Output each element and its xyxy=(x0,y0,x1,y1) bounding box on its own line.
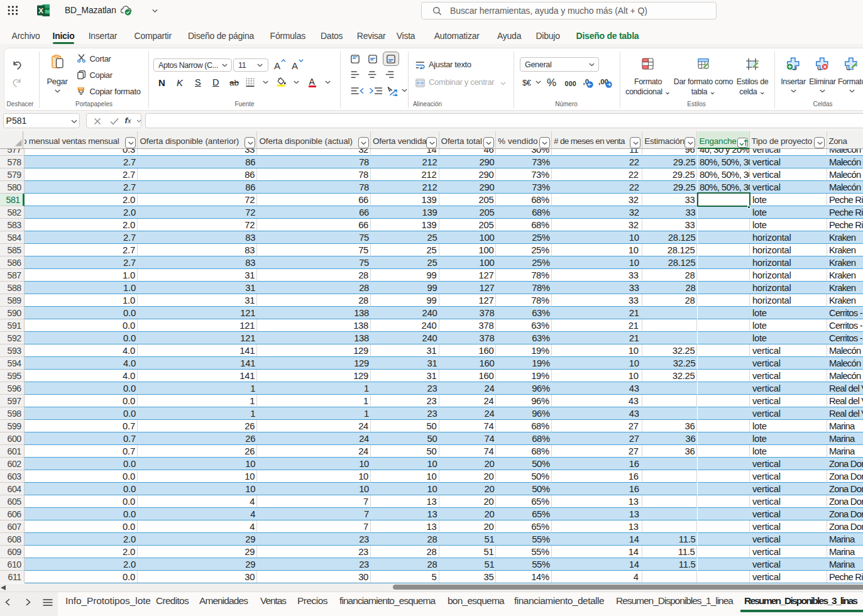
svg-text:X: X xyxy=(38,7,43,14)
